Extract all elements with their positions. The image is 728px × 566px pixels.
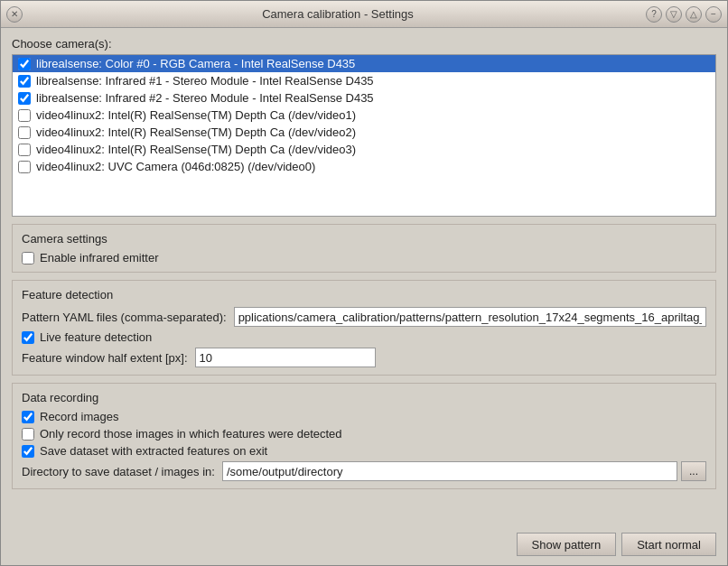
directory-input-group: ...	[222, 461, 706, 481]
titlebar-right-controls: ? ▽ △ −	[646, 6, 722, 23]
directory-row: Directory to save dataset / images in: .…	[22, 461, 706, 481]
start-normal-button[interactable]: Start normal	[621, 533, 716, 556]
cameras-section: Choose camera(s): librealsense: Color #0…	[12, 37, 716, 217]
camera-list-item[interactable]: video4linux2: Intel(R) RealSense(TM) Dep…	[13, 124, 715, 141]
save-dataset-checkbox[interactable]	[22, 445, 34, 458]
feature-detection-label: Feature detection	[22, 288, 706, 302]
feature-window-input[interactable]	[195, 348, 376, 367]
camera-checkbox[interactable]	[18, 126, 31, 139]
camera-list-item[interactable]: librealsense: Infrared #1 - Stereo Modul…	[13, 72, 715, 89]
camera-checkbox[interactable]	[18, 144, 31, 156]
camera-settings-section: Camera settings Enable infrared emitter	[12, 224, 716, 273]
directory-input[interactable]	[222, 461, 677, 481]
scroll-up-button[interactable]: △	[686, 6, 702, 23]
scroll-down-button[interactable]: ▽	[666, 6, 682, 23]
help-button[interactable]: ?	[646, 6, 662, 23]
live-feature-checkbox[interactable]	[22, 331, 34, 344]
camera-item-label: librealsense: Infrared #1 - Stereo Modul…	[36, 74, 374, 88]
camera-item-label: video4linux2: Intel(R) RealSense(TM) Dep…	[36, 125, 356, 139]
only-with-features-row: Only record those images in which featur…	[22, 427, 706, 441]
live-feature-row: Live feature detection	[22, 330, 706, 344]
camera-checkbox[interactable]	[18, 75, 31, 88]
camera-checkbox[interactable]	[18, 109, 31, 122]
pattern-yaml-label: Pattern YAML files (comma-separated):	[22, 311, 227, 324]
enable-ir-emitter-label: Enable infrared emitter	[40, 251, 159, 264]
data-recording-label: Data recording	[22, 391, 706, 404]
camera-list-item[interactable]: librealsense: Color #0 - RGB Camera - In…	[13, 55, 715, 72]
camera-list[interactable]: librealsense: Color #0 - RGB Camera - In…	[12, 54, 716, 217]
camera-list-item[interactable]: video4linux2: UVC Camera (046d:0825) (/d…	[13, 158, 715, 175]
enable-ir-emitter-checkbox[interactable]	[22, 252, 34, 264]
camera-item-label: video4linux2: Intel(R) RealSense(TM) Dep…	[36, 108, 356, 122]
record-images-checkbox[interactable]	[22, 411, 34, 423]
directory-label: Directory to save dataset / images in:	[22, 465, 215, 478]
feature-detection-section: Feature detection Pattern YAML files (co…	[12, 280, 716, 376]
camera-list-item[interactable]: librealsense: Infrared #2 - Stereo Modul…	[13, 89, 715, 107]
live-feature-label: Live feature detection	[40, 330, 152, 344]
camera-item-label: librealsense: Color #0 - RGB Camera - In…	[36, 57, 355, 70]
close-button[interactable]: ✕	[6, 6, 23, 23]
data-recording-section: Data recording Record images Only record…	[12, 383, 716, 489]
save-dataset-label: Save dataset with extracted features on …	[40, 444, 267, 458]
pattern-yaml-row: Pattern YAML files (comma-separated):	[22, 307, 706, 327]
titlebar-controls: ✕	[6, 6, 23, 23]
camera-item-label: video4linux2: UVC Camera (046d:0825) (/d…	[36, 160, 315, 173]
record-images-label: Record images	[40, 410, 118, 423]
browse-button[interactable]: ...	[681, 461, 706, 481]
camera-item-label: librealsense: Infrared #2 - Stereo Modul…	[36, 91, 374, 105]
window-content: Choose camera(s): librealsense: Color #0…	[1, 28, 727, 527]
titlebar: ✕ Camera calibration - Settings ? ▽ △ −	[1, 1, 727, 28]
show-pattern-button[interactable]: Show pattern	[517, 533, 617, 556]
camera-settings-label: Camera settings	[22, 232, 706, 246]
footer: Show pattern Start normal	[1, 527, 727, 565]
cameras-section-label: Choose camera(s):	[12, 37, 716, 51]
camera-list-item[interactable]: video4linux2: Intel(R) RealSense(TM) Dep…	[13, 107, 715, 124]
camera-checkbox[interactable]	[18, 58, 31, 70]
only-with-features-checkbox[interactable]	[22, 428, 34, 441]
window-title: Camera calibration - Settings	[30, 7, 646, 21]
feature-window-label: Feature window half extent [px]:	[22, 351, 188, 365]
record-images-row: Record images	[22, 410, 706, 423]
pattern-yaml-input[interactable]	[234, 307, 706, 327]
camera-checkbox[interactable]	[18, 161, 31, 173]
enable-ir-emitter-row: Enable infrared emitter	[22, 251, 706, 264]
only-with-features-label: Only record those images in which featur…	[40, 427, 342, 441]
main-window: ✕ Camera calibration - Settings ? ▽ △ − …	[0, 0, 728, 566]
save-dataset-row: Save dataset with extracted features on …	[22, 444, 706, 458]
feature-window-row: Feature window half extent [px]:	[22, 348, 706, 367]
minimize-button[interactable]: −	[705, 6, 722, 23]
camera-checkbox[interactable]	[18, 92, 31, 105]
camera-item-label: video4linux2: Intel(R) RealSense(TM) Dep…	[36, 143, 356, 156]
camera-list-item[interactable]: video4linux2: Intel(R) RealSense(TM) Dep…	[13, 141, 715, 158]
